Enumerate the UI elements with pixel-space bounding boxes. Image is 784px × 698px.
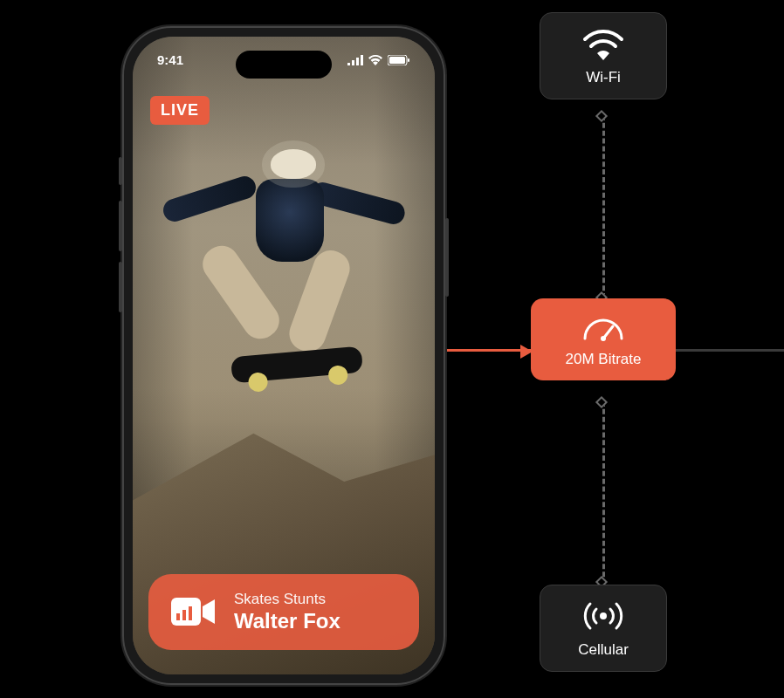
cellular-label: Cellular [578,641,629,659]
streamer-name: Walter Fox [234,608,340,634]
phone-side-button [119,262,122,312]
phone-frame: 9:41 LIVE Skates Stunts [122,26,445,685]
svg-rect-1 [389,57,405,64]
svg-point-8 [601,336,606,341]
live-label: LIVE [161,101,199,119]
wifi-label: Wi-Fi [586,69,621,86]
svg-rect-2 [408,58,409,62]
status-time: 9:41 [157,52,183,67]
phone-side-button [119,157,122,185]
svg-rect-6 [189,606,192,620]
bitrate-label: 20M Bitrate [566,351,642,368]
cellular-icon [581,599,625,633]
wifi-status-icon [368,55,382,65]
phone-side-button [445,218,449,297]
svg-point-9 [600,612,607,619]
connector-line-right [676,349,784,352]
live-badge: LIVE [150,96,210,125]
stream-subtitle: Skates Stunts [234,590,340,608]
battery-icon [388,55,410,65]
signal-icon [347,55,363,65]
dynamic-island [236,51,332,79]
cellular-node: Cellular [540,585,667,672]
bitrate-node: 20M Bitrate [531,298,676,380]
status-indicators [347,52,410,67]
arrow-phone-to-bitrate [445,349,531,352]
gauge-icon [581,312,625,342]
skateboarder-illustration [170,144,397,388]
connector-node [595,110,608,122]
connector-line-top [602,115,605,298]
phone-side-button [119,201,122,251]
stream-info-pill[interactable]: Skates Stunts Walter Fox [148,574,419,650]
svg-rect-4 [176,613,180,620]
camera-icon [168,592,218,631]
connector-line-bottom [602,401,605,585]
connector-node [595,396,608,408]
phone-screen: 9:41 LIVE Skates Stunts [133,37,435,674]
svg-rect-5 [182,610,186,620]
wifi-icon [582,27,624,60]
wifi-node: Wi-Fi [540,12,667,99]
